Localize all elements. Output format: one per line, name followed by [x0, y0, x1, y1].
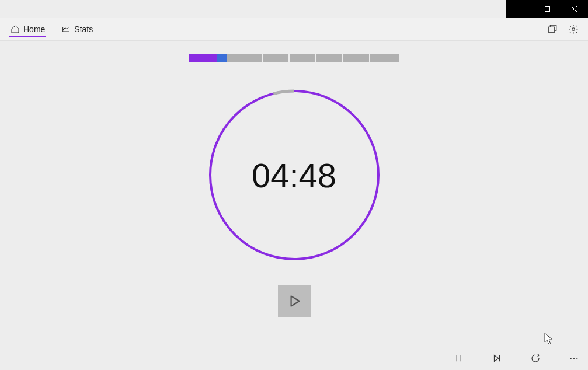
progress-segment [227, 54, 262, 62]
tab-stats[interactable]: Stats [60, 21, 94, 37]
svg-point-12 [576, 358, 577, 359]
reset-button[interactable] [528, 351, 542, 365]
stats-icon [61, 25, 71, 34]
progress-segment [217, 54, 227, 62]
svg-rect-1 [545, 6, 549, 11]
session-progress [189, 53, 399, 63]
cursor-icon [544, 333, 554, 345]
close-icon [571, 6, 577, 12]
play-button[interactable] [278, 285, 311, 317]
pause-button[interactable] [451, 351, 465, 365]
menu-left: Home Stats [9, 21, 94, 37]
reset-icon [530, 353, 541, 364]
menubar: Home Stats [0, 18, 588, 41]
tab-stats-label: Stats [74, 25, 93, 34]
svg-point-5 [572, 27, 575, 30]
settings-icon[interactable] [568, 24, 579, 34]
progress-segment [370, 54, 399, 62]
progress-segment [263, 54, 288, 62]
more-button[interactable] [567, 351, 581, 365]
progress-segment [343, 54, 369, 62]
minimize-icon [517, 6, 523, 12]
svg-point-10 [570, 358, 572, 359]
compact-view-icon[interactable] [547, 24, 558, 34]
menu-right [547, 24, 579, 34]
tab-home[interactable]: Home [9, 21, 46, 37]
tab-home-label: Home [23, 25, 45, 34]
progress-segment [290, 54, 315, 62]
timer-display: 04:48 [207, 88, 382, 263]
more-icon [569, 353, 579, 364]
svg-point-11 [573, 358, 575, 359]
pause-icon [454, 354, 463, 363]
timer-ring: 04:48 [207, 88, 382, 263]
window-controls [506, 0, 588, 18]
play-icon [287, 294, 302, 309]
progress-segment [316, 54, 342, 62]
progress-segment [189, 54, 217, 62]
home-icon [11, 25, 20, 34]
maximize-icon [544, 6, 551, 12]
minimize-button[interactable] [506, 0, 534, 18]
maximize-button[interactable] [534, 0, 561, 18]
close-button[interactable] [561, 0, 588, 18]
svg-rect-4 [548, 27, 555, 32]
skip-button[interactable] [490, 351, 504, 365]
skip-icon [492, 353, 502, 364]
bottom-controls [451, 351, 581, 365]
